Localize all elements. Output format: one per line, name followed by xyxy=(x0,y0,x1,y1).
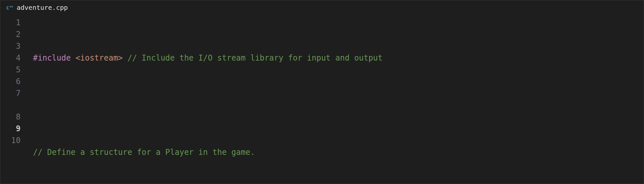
tok-preproc: #include xyxy=(33,53,71,63)
code-area[interactable]: 1 2 3 4 5 6 7 8 9 10 #include <iostream>… xyxy=(0,15,644,184)
tok-comment: // Define a structure for a Player in th… xyxy=(33,148,255,157)
line-number: 8 xyxy=(0,111,21,123)
line-number: 10 xyxy=(0,135,21,146)
cpp-file-icon: C++ xyxy=(6,4,13,11)
code-content[interactable]: #include <iostream> // Include the I/O s… xyxy=(30,15,644,184)
tok-comment: // Include the I/O stream library for in… xyxy=(127,53,382,63)
svg-text:+: + xyxy=(11,5,13,8)
tab-filename: adventure.cpp xyxy=(17,3,68,12)
line-number-gutter: 1 2 3 4 5 6 7 8 9 10 xyxy=(0,15,30,184)
tab-adventure-cpp[interactable]: C++ adventure.cpp xyxy=(0,0,74,15)
tok-header: <iostream> xyxy=(76,53,123,63)
svg-text:C: C xyxy=(6,5,9,10)
code-line: // Define a structure for a Player in th… xyxy=(33,146,644,158)
line-number: 6 xyxy=(0,76,21,87)
code-editor: C++ adventure.cpp 1 2 3 4 5 6 7 8 9 10 #… xyxy=(0,0,644,184)
tab-bar: C++ adventure.cpp xyxy=(0,0,644,15)
code-line xyxy=(33,99,644,111)
line-number: 2 xyxy=(0,28,21,40)
line-number: 4 xyxy=(0,52,21,64)
line-number: 7 xyxy=(0,87,21,99)
line-number: 3 xyxy=(0,40,21,52)
line-number: 5 xyxy=(0,64,21,76)
line-number: 1 xyxy=(0,17,21,28)
code-line: #include <iostream> // Include the I/O s… xyxy=(33,52,644,64)
line-number-current: 9 xyxy=(0,123,21,135)
